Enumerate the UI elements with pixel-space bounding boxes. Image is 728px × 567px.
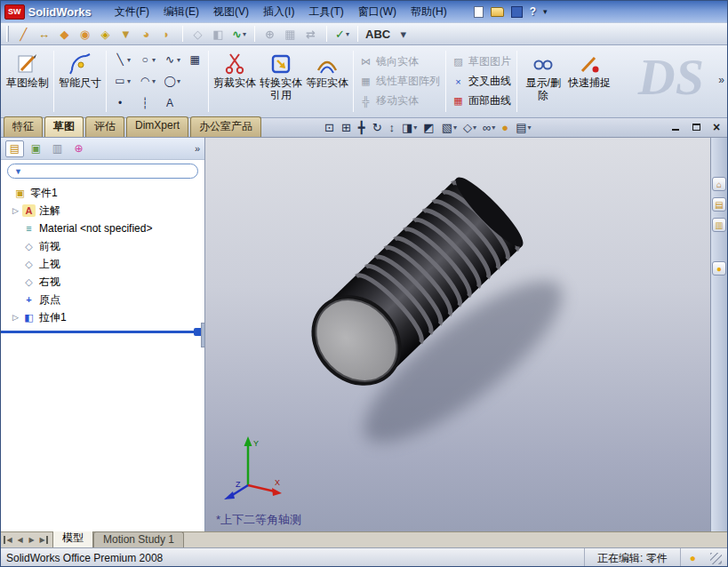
circle-tool-icon[interactable]: ○▾ <box>136 49 157 70</box>
sketch-tool-icon[interactable]: ╱ <box>15 25 33 43</box>
tab-motion-study-1[interactable]: Motion Study 1 <box>93 531 184 547</box>
tree-item-annotations[interactable]: ▷ A 注解 <box>1 202 204 220</box>
intersection-curve-item[interactable]: ×交叉曲线 <box>452 74 511 89</box>
chamfer-tool-icon[interactable]: ◗ <box>158 25 176 43</box>
arc-tool-icon[interactable]: ◠▾ <box>136 70 157 92</box>
linear-sketch-pattern-item[interactable]: ▦线性草图阵列 <box>359 74 440 89</box>
menu-help[interactable]: 帮助(H) <box>404 2 454 22</box>
zoom-area-icon[interactable]: ⊞ <box>340 120 354 135</box>
display-delete-relations-button[interactable]: 显示/删除 <box>520 47 566 116</box>
menu-tools[interactable]: 工具(T) <box>301 2 350 22</box>
dimxpertmanager-tab[interactable]: ⊕ <box>69 140 88 157</box>
menu-insert[interactable]: 插入(I) <box>256 2 301 22</box>
revolve-tool-icon[interactable]: ◉ <box>76 25 94 43</box>
tab-model[interactable]: 模型 <box>52 529 93 547</box>
mate-icon[interactable]: ⊕ <box>261 25 279 43</box>
rotate-view-icon[interactable]: ↻ <box>371 120 385 135</box>
centerline-tool-icon[interactable]: ┆ <box>136 92 157 114</box>
sketch-picture-item[interactable]: ▨草图图片 <box>452 54 511 69</box>
menu-window[interactable]: 窗口(W) <box>351 2 404 22</box>
minimize-window-icon[interactable] <box>669 122 682 133</box>
design-library-icon[interactable]: ▤ <box>712 197 726 212</box>
hide-show-items-icon[interactable]: ∞▾ <box>481 120 497 135</box>
tab-scroll-next-icon[interactable]: ▶ <box>27 536 36 544</box>
mirror-entities-item[interactable]: ⋈镜向实体 <box>359 54 440 69</box>
menu-view[interactable]: 视图(V) <box>206 2 256 22</box>
new-document-icon[interactable] <box>474 6 484 18</box>
tab-evaluate[interactable]: 评估 <box>85 116 124 137</box>
zoom-fit-icon[interactable]: ⊡ <box>323 120 337 135</box>
expand-arrow-icon[interactable]: ▷ <box>12 313 22 322</box>
tree-filter-input[interactable]: ▼ <box>7 164 198 179</box>
reference-geometry-icon[interactable]: ◇ <box>189 25 207 43</box>
dimension-tool-icon[interactable]: ↔ <box>36 25 53 43</box>
tree-item-front-plane[interactable]: ◇ 前视 <box>1 237 204 255</box>
convert-entities-button[interactable]: 转换实体引用 <box>258 47 304 116</box>
curves-icon[interactable]: ∿▾ <box>230 25 248 43</box>
tab-sketch[interactable]: 草图 <box>44 116 84 137</box>
expand-arrow-icon[interactable]: ▷ <box>12 206 22 215</box>
tab-scroll-last-icon[interactable]: ▶ <box>38 536 48 544</box>
face-curves-item[interactable]: ▦面部曲线 <box>452 93 511 108</box>
line-tool-icon[interactable]: ╲▾ <box>111 49 132 70</box>
instant3d-icon[interactable]: ◧ <box>210 25 228 43</box>
spell-checker-icon[interactable]: ABC <box>364 25 392 43</box>
menu-edit[interactable]: 编辑(E) <box>156 2 206 22</box>
tree-item-extrude1[interactable]: ▷ ◧ 拉伸1 <box>1 308 204 326</box>
display-style-icon[interactable]: ◇▾ <box>461 120 478 135</box>
move-component-icon[interactable]: ⇄ <box>302 25 320 43</box>
save-icon[interactable] <box>511 6 523 18</box>
move-entities-item[interactable]: ╬移动实体 <box>359 93 440 108</box>
configurationmanager-tab[interactable]: ▥ <box>48 140 67 157</box>
apply-scene-icon[interactable]: ▤▾ <box>514 120 532 135</box>
smart-dimension-button[interactable]: 智能尺寸 <box>57 47 103 116</box>
component-pattern-icon[interactable]: ▦ <box>282 25 300 43</box>
design-checker-icon[interactable]: ✓▾ <box>333 25 351 43</box>
extrude-tool-icon[interactable]: ◆ <box>56 25 74 43</box>
propertymanager-tab[interactable]: ▣ <box>27 140 45 157</box>
pan-icon[interactable]: ╋ <box>356 120 368 135</box>
tab-office-products[interactable]: 办公室产品 <box>190 116 261 137</box>
tree-item-material[interactable]: ≡ Material <not specified> <box>1 220 204 237</box>
tab-scroll-prev-icon[interactable]: ◀ <box>15 536 25 544</box>
file-explorer-icon[interactable]: ▥ <box>712 218 726 232</box>
edit-appearance-icon[interactable]: ● <box>500 120 511 135</box>
sketch-button[interactable]: 草图绘制 <box>4 47 51 116</box>
standard-views-icon[interactable]: ◨▾ <box>400 120 419 135</box>
text-tool-icon[interactable]: A <box>161 92 182 114</box>
panel-chevron-icon[interactable]: » <box>195 143 200 154</box>
graphics-area[interactable]: Y X Z *上下二等角轴测 <box>205 138 710 531</box>
solidworks-resources-icon[interactable]: ⌂ <box>712 177 726 191</box>
loft-tool-icon[interactable]: ▼ <box>117 25 135 43</box>
toolbar-overflow-icon[interactable]: ▾ <box>395 25 412 43</box>
cm-overflow-icon[interactable]: » <box>718 74 724 86</box>
tree-item-part[interactable]: ▣ 零件1 <box>1 184 204 202</box>
quick-toolbar-chevron-icon[interactable]: ▾ <box>543 7 548 16</box>
point-tool-icon[interactable]: • <box>111 92 132 114</box>
section-view-icon[interactable]: ◩ <box>421 120 436 135</box>
tab-dimxpert[interactable]: DimXpert <box>126 116 188 137</box>
help-icon[interactable]: ? <box>530 5 536 18</box>
tree-item-top-plane[interactable]: ◇ 上视 <box>1 255 204 273</box>
tab-features[interactable]: 特征 <box>4 116 43 137</box>
offset-entities-button[interactable]: 等距实体 <box>304 47 350 116</box>
tree-item-right-plane[interactable]: ◇ 右视 <box>1 273 204 291</box>
spline-tool-icon[interactable]: ∿▾ <box>161 49 182 70</box>
fillet-tool-icon[interactable]: ◕ <box>138 25 156 43</box>
menu-file[interactable]: 文件(F) <box>108 2 156 22</box>
tab-scroll-first-icon[interactable]: ◀ <box>4 536 13 544</box>
trim-entities-button[interactable]: 剪裁实体 <box>212 47 258 116</box>
ellipse-tool-icon[interactable]: ◯▾ <box>161 70 182 92</box>
construction-grid-icon[interactable]: ▦ <box>186 49 204 70</box>
swept-tool-icon[interactable]: ◈ <box>97 25 115 43</box>
zoom-inout-icon[interactable]: ↕ <box>388 120 398 135</box>
rollback-bar[interactable] <box>1 331 204 333</box>
toolbar-grip[interactable] <box>6 26 9 42</box>
view-orientation-icon[interactable]: ▧▾ <box>440 120 459 135</box>
resize-grip[interactable] <box>710 553 722 564</box>
quick-snaps-button[interactable]: 快速捕捉 <box>566 47 612 116</box>
open-document-icon[interactable] <box>491 7 504 17</box>
rectangle-tool-icon[interactable]: ▭▾ <box>111 70 132 92</box>
tree-item-origin[interactable]: + 原点 <box>1 291 204 308</box>
close-window-icon[interactable]: × <box>710 122 723 133</box>
